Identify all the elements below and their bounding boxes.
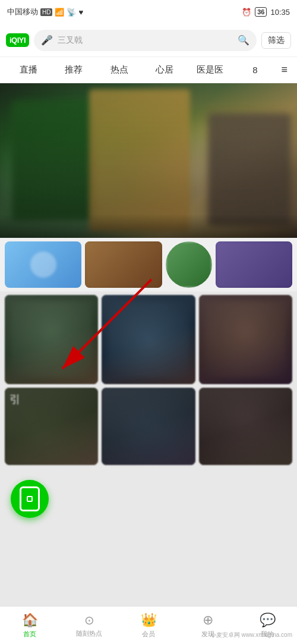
network-hd-badge: HD <box>40 8 52 16</box>
mic-icon[interactable]: 🎤 <box>41 34 53 46</box>
thumbnails-row <box>0 238 297 291</box>
search-bar[interactable]: 🎤 三叉戟 🔍 <box>34 30 257 51</box>
status-right: ⏰ 36 10:35 <box>242 7 290 17</box>
grid-item-2nd-1[interactable] <box>102 388 195 465</box>
main-content: 引 <box>0 83 297 606</box>
profile-icon: 💬 <box>260 612 276 628</box>
search-input[interactable]: 三叉戟 <box>58 35 233 46</box>
nav-item-home[interactable]: 🏠 首页 <box>0 607 59 644</box>
pip-icon-frame <box>20 486 40 511</box>
thumb-item-1[interactable] <box>85 241 162 288</box>
vip-label: 会员 <box>142 630 155 639</box>
tab-hot[interactable]: 热点 <box>97 57 142 83</box>
carrier-text: 中国移动 <box>7 7 38 17</box>
home-label: 首页 <box>23 630 36 639</box>
clock: 10:35 <box>270 8 290 17</box>
grid-item-1[interactable] <box>102 295 195 384</box>
status-bar: 中国移动 HD 📶 📡 ♥ ⏰ 36 10:35 <box>0 0 297 24</box>
filter-button[interactable]: 筛选 <box>261 32 291 49</box>
hero-figure-right <box>208 113 291 226</box>
grid-section-2: 引 <box>0 388 297 469</box>
status-left: 中国移动 HD 📶 📡 ♥ <box>7 7 83 17</box>
moments-label: 随刻热点 <box>76 629 102 638</box>
nav-tabs: 直播 推荐 热点 心居 医是医 8 ≡ <box>0 57 297 83</box>
battery-indicator: 36 <box>255 7 267 17</box>
hero-figure-left <box>12 101 95 220</box>
grid-2nd-text-hint: 引 <box>10 392 20 407</box>
hero-gradient-bottom <box>0 214 297 238</box>
pip-icon-dot <box>27 496 33 502</box>
signal-icon: 📶 <box>55 8 64 17</box>
nav-item-vip[interactable]: 👑 会员 <box>119 607 178 644</box>
search-icon[interactable]: 🔍 <box>238 34 249 46</box>
thumb-item-3[interactable] <box>216 241 292 288</box>
thumb-item-circle[interactable] <box>166 241 212 288</box>
tab-xinjv[interactable]: 心居 <box>142 57 187 83</box>
home-icon: 🏠 <box>22 612 38 628</box>
tab-recommend[interactable]: 推荐 <box>51 57 96 83</box>
alarm-icon: ⏰ <box>242 8 251 17</box>
pip-button[interactable] <box>11 480 49 518</box>
grid-item-0[interactable] <box>5 295 98 384</box>
grid-item-2nd-2[interactable] <box>199 388 292 465</box>
wifi-icon: 📡 <box>67 8 76 17</box>
hero-banner[interactable] <box>0 83 297 238</box>
tab-live[interactable]: 直播 <box>6 57 51 83</box>
watermark: 小麦安卓网 www.xmsigma.com <box>210 631 292 639</box>
vip-icon: 👑 <box>141 612 157 628</box>
heart-icon: ♥ <box>78 8 83 17</box>
grid-section-1 <box>0 291 297 388</box>
grid-item-2nd-0[interactable]: 引 <box>5 388 98 465</box>
hero-figure-center <box>89 89 190 232</box>
tab-more-num[interactable]: 8 <box>232 57 277 83</box>
nav-item-moments[interactable]: ⊙ 随刻热点 <box>59 607 119 644</box>
thumb-item-0[interactable] <box>5 241 81 288</box>
iqiyi-logo[interactable]: iQIYI <box>6 33 29 47</box>
grid-item-2[interactable] <box>199 295 292 384</box>
nav-menu-button[interactable]: ≡ <box>278 64 292 76</box>
moments-icon: ⊙ <box>84 613 94 627</box>
tab-yishiyi[interactable]: 医是医 <box>187 57 232 83</box>
app-header: iQIYI 🎤 三叉戟 🔍 筛选 <box>0 24 297 57</box>
discover-icon: ⊕ <box>203 612 213 628</box>
